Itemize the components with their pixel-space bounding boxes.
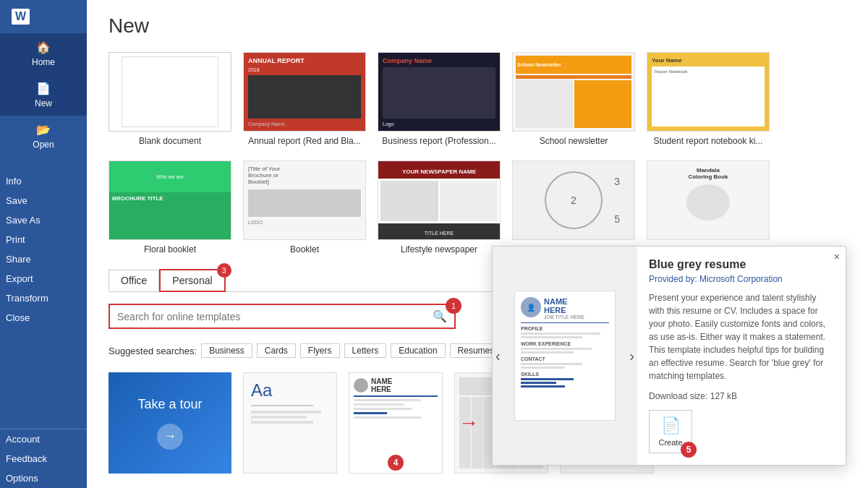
template-label: Annual report (Red and Bla... — [248, 136, 360, 146]
suggested-tag-letters[interactable]: Letters — [344, 343, 387, 358]
sidebar-item-info[interactable]: Info — [0, 171, 87, 191]
tab-personal-wrapper: Personal 3 — [159, 269, 225, 291]
create-doc-icon: 📄 — [661, 416, 681, 435]
sidebar-item-label: Open — [33, 140, 54, 150]
template-booklet[interactable]: [Title of Your Brochure or Booklet] LOGO… — [243, 160, 366, 254]
template-student[interactable]: Your Name Report Notebook Student report… — [647, 52, 770, 146]
options-label: Options — [6, 473, 38, 484]
sidebar-item-label: New — [35, 98, 52, 108]
sidebar-item-save[interactable]: Save — [0, 191, 87, 210]
template-label: Lifestyle newspaper — [401, 244, 477, 254]
sidebar-item-transform[interactable]: Transform — [0, 288, 87, 308]
popup-download-size: Download size: 127 kB — [649, 391, 834, 401]
popup-create-wrapper: 📄 Create 5 — [649, 410, 692, 453]
sidebar-item-feedback[interactable]: Feedback — [0, 449, 87, 468]
resume-template-wrapper: NAME HERE → 4 — [349, 372, 443, 474]
mandala-thumb: MandalaColoring Book — [647, 160, 770, 240]
sidebar-item-account[interactable]: Account — [0, 429, 87, 449]
popup-preview: ‹ 👤 NAME HERE JOB TITLE HERE PROFILE — [493, 247, 637, 465]
home-icon: 🏠 — [36, 40, 51, 54]
template-label: Booklet — [290, 244, 319, 254]
second-template-row: Who we are BROCHURE TITLE Floral booklet… — [109, 160, 846, 254]
biz-thumb: Company Name Logo — [378, 52, 501, 132]
transform-label: Transform — [6, 293, 48, 304]
template-blank[interactable]: Blank document — [109, 52, 231, 146]
share-label: Share — [6, 254, 31, 265]
student-thumb: Your Name Report Notebook — [647, 52, 770, 132]
template-school[interactable]: School Newsletter School newsletter — [512, 52, 635, 146]
sidebar-item-new[interactable]: 📄 New — [0, 74, 87, 116]
template-label: Student report notebook ki... — [654, 136, 763, 146]
tab-personal[interactable]: Personal — [159, 269, 225, 292]
open-icon: 📂 — [36, 123, 51, 137]
floral-thumb: Who we are BROCHURE TITLE — [109, 160, 231, 240]
template-biz[interactable]: Company Name Logo Business report (Profe… — [378, 52, 501, 146]
sidebar: W 🏠 Home 📄 New 📂 Open Info Save Save As … — [0, 0, 87, 488]
app-icon: W — [12, 9, 30, 25]
template-mandala[interactable]: MandalaColoring Book — [647, 160, 770, 244]
export-label: Export — [6, 273, 33, 284]
sidebar-item-close[interactable]: Close — [0, 308, 87, 328]
template-annual[interactable]: ANNUAL REPORT 2018 Company Name Annual r… — [243, 52, 366, 146]
template-circle[interactable]: 2 3 5 — [512, 160, 635, 244]
main-content: New Blank document ANNUAL REPORT 2018 Co… — [87, 0, 868, 488]
sidebar-item-label: Home — [32, 57, 55, 67]
popup-provider: Provided by: Microsoft Corporation — [649, 274, 834, 284]
suggested-tag-flyers[interactable]: Flyers — [300, 343, 340, 358]
info-label: Info — [6, 176, 22, 187]
school-thumb: School Newsletter — [512, 52, 635, 132]
popup-title: Blue grey resume — [649, 258, 834, 271]
sidebar-item-share[interactable]: Share — [0, 249, 87, 269]
search-button[interactable]: 🔍 — [433, 309, 447, 323]
suggested-tag-cards[interactable]: Cards — [257, 343, 296, 358]
badge-4: 4 — [388, 455, 404, 471]
create-label: Create — [658, 438, 682, 447]
suggested-tag-business[interactable]: Business — [201, 343, 252, 358]
badge-5: 5 — [681, 442, 697, 458]
booklet-thumb: [Title of Your Brochure or Booklet] LOGO — [243, 160, 366, 240]
tab-office-label: Office — [121, 275, 147, 286]
sidebar-item-export[interactable]: Export — [0, 269, 87, 288]
sidebar-item-print[interactable]: Print — [0, 230, 87, 249]
popup-details: Blue grey resume Provided by: Microsoft … — [637, 247, 846, 465]
annual-thumb: ANNUAL REPORT 2018 Company Name — [243, 52, 366, 132]
popup-next-button[interactable]: › — [629, 348, 634, 364]
template-label: Floral booklet — [144, 244, 196, 254]
new-icon: 📄 — [36, 82, 51, 95]
template-popup: × ‹ 👤 NAME HERE JOB TITLE HERE PROFILE — [492, 246, 846, 466]
sidebar-item-home[interactable]: 🏠 Home — [0, 33, 87, 74]
save-label: Save — [6, 195, 27, 206]
template-aa[interactable]: Aa — [243, 372, 337, 474]
search-input[interactable] — [117, 311, 433, 322]
print-label: Print — [6, 234, 25, 245]
sidebar-item-options[interactable]: Options — [0, 468, 87, 488]
sidebar-item-saveas[interactable]: Save As — [0, 210, 87, 230]
template-label: Blank document — [139, 136, 201, 146]
page-title: New — [109, 14, 846, 38]
tour-card[interactable]: Take a tour → — [109, 372, 231, 474]
tab-office[interactable]: Office — [109, 270, 159, 291]
popup-prev-button[interactable]: ‹ — [495, 348, 501, 364]
template-lifestyle[interactable]: YOUR NEWSPAPER NAME TITLE HERE Lifestyle… — [378, 160, 501, 254]
feedback-label: Feedback — [6, 453, 47, 464]
template-label: School newsletter — [540, 136, 608, 146]
popup-description: Present your experience and talent styli… — [649, 291, 834, 382]
template-label: Business report (Profession... — [382, 136, 495, 146]
account-label: Account — [6, 434, 40, 445]
suggested-label: Suggested searches: — [109, 346, 197, 356]
tour-arrow-button[interactable]: → — [157, 424, 183, 450]
suggested-tag-education[interactable]: Education — [391, 343, 445, 358]
popup-close-button[interactable]: × — [834, 251, 840, 262]
search-wrapper: 🔍 1 — [109, 304, 456, 336]
saveas-label: Save As — [6, 215, 41, 226]
sidebar-item-open[interactable]: 📂 Open — [0, 116, 87, 157]
lifestyle-thumb: YOUR NEWSPAPER NAME TITLE HERE — [378, 160, 501, 240]
blank-thumb — [109, 52, 231, 132]
app-logo: W — [0, 0, 87, 33]
tab-personal-label: Personal — [172, 275, 212, 286]
search-bar: 🔍 — [109, 304, 456, 329]
aa-thumb: Aa — [243, 372, 337, 474]
tab-badge-3: 3 — [217, 263, 231, 278]
top-template-row: Blank document ANNUAL REPORT 2018 Compan… — [109, 52, 846, 146]
template-floral[interactable]: Who we are BROCHURE TITLE Floral booklet — [109, 160, 231, 254]
